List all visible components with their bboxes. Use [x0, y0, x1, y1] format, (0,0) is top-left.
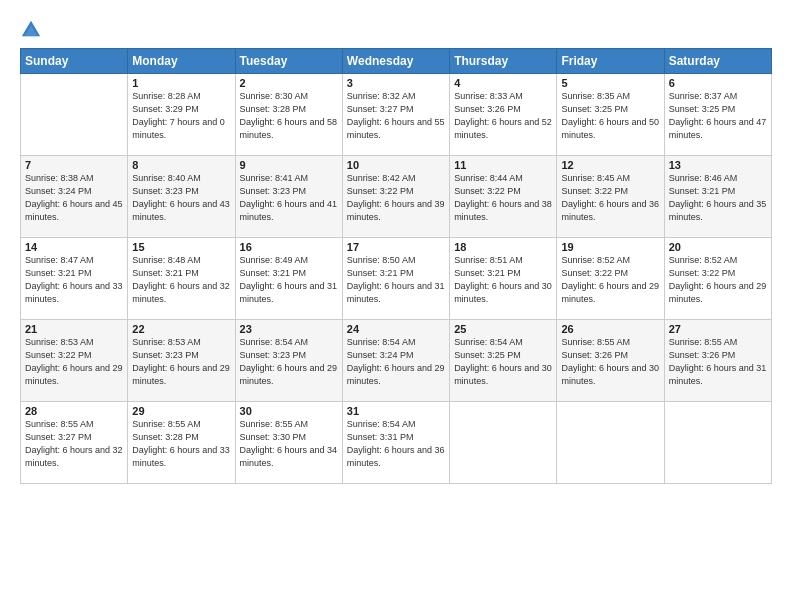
day-number: 14 [25, 241, 123, 253]
day-info: Sunrise: 8:38 AMSunset: 3:24 PMDaylight:… [25, 172, 123, 224]
day-number: 11 [454, 159, 552, 171]
day-info: Sunrise: 8:54 AMSunset: 3:31 PMDaylight:… [347, 418, 445, 470]
day-number: 31 [347, 405, 445, 417]
day-cell: 8Sunrise: 8:40 AMSunset: 3:23 PMDaylight… [128, 156, 235, 238]
day-number: 24 [347, 323, 445, 335]
day-number: 6 [669, 77, 767, 89]
day-cell: 11Sunrise: 8:44 AMSunset: 3:22 PMDayligh… [450, 156, 557, 238]
day-number: 2 [240, 77, 338, 89]
day-info: Sunrise: 8:55 AMSunset: 3:26 PMDaylight:… [669, 336, 767, 388]
day-info: Sunrise: 8:54 AMSunset: 3:23 PMDaylight:… [240, 336, 338, 388]
day-info: Sunrise: 8:50 AMSunset: 3:21 PMDaylight:… [347, 254, 445, 306]
day-cell: 12Sunrise: 8:45 AMSunset: 3:22 PMDayligh… [557, 156, 664, 238]
day-info: Sunrise: 8:52 AMSunset: 3:22 PMDaylight:… [561, 254, 659, 306]
col-header-tuesday: Tuesday [235, 49, 342, 74]
day-cell: 30Sunrise: 8:55 AMSunset: 3:30 PMDayligh… [235, 402, 342, 484]
day-number: 30 [240, 405, 338, 417]
day-number: 16 [240, 241, 338, 253]
day-info: Sunrise: 8:51 AMSunset: 3:21 PMDaylight:… [454, 254, 552, 306]
day-cell: 20Sunrise: 8:52 AMSunset: 3:22 PMDayligh… [664, 238, 771, 320]
calendar-table: SundayMondayTuesdayWednesdayThursdayFrid… [20, 48, 772, 484]
week-row-5: 28Sunrise: 8:55 AMSunset: 3:27 PMDayligh… [21, 402, 772, 484]
day-number: 3 [347, 77, 445, 89]
day-cell: 29Sunrise: 8:55 AMSunset: 3:28 PMDayligh… [128, 402, 235, 484]
col-header-sunday: Sunday [21, 49, 128, 74]
day-info: Sunrise: 8:48 AMSunset: 3:21 PMDaylight:… [132, 254, 230, 306]
day-info: Sunrise: 8:44 AMSunset: 3:22 PMDaylight:… [454, 172, 552, 224]
day-cell [21, 74, 128, 156]
col-header-saturday: Saturday [664, 49, 771, 74]
day-cell: 9Sunrise: 8:41 AMSunset: 3:23 PMDaylight… [235, 156, 342, 238]
day-number: 23 [240, 323, 338, 335]
day-number: 20 [669, 241, 767, 253]
day-number: 10 [347, 159, 445, 171]
day-info: Sunrise: 8:47 AMSunset: 3:21 PMDaylight:… [25, 254, 123, 306]
day-info: Sunrise: 8:54 AMSunset: 3:24 PMDaylight:… [347, 336, 445, 388]
week-row-4: 21Sunrise: 8:53 AMSunset: 3:22 PMDayligh… [21, 320, 772, 402]
day-info: Sunrise: 8:53 AMSunset: 3:22 PMDaylight:… [25, 336, 123, 388]
day-info: Sunrise: 8:33 AMSunset: 3:26 PMDaylight:… [454, 90, 552, 142]
day-info: Sunrise: 8:55 AMSunset: 3:30 PMDaylight:… [240, 418, 338, 470]
day-info: Sunrise: 8:37 AMSunset: 3:25 PMDaylight:… [669, 90, 767, 142]
day-info: Sunrise: 8:28 AMSunset: 3:29 PMDaylight:… [132, 90, 230, 142]
day-info: Sunrise: 8:49 AMSunset: 3:21 PMDaylight:… [240, 254, 338, 306]
day-number: 4 [454, 77, 552, 89]
day-cell: 21Sunrise: 8:53 AMSunset: 3:22 PMDayligh… [21, 320, 128, 402]
day-number: 27 [669, 323, 767, 335]
header [20, 18, 772, 40]
day-number: 25 [454, 323, 552, 335]
day-cell: 25Sunrise: 8:54 AMSunset: 3:25 PMDayligh… [450, 320, 557, 402]
day-number: 5 [561, 77, 659, 89]
logo [20, 18, 46, 40]
day-cell: 18Sunrise: 8:51 AMSunset: 3:21 PMDayligh… [450, 238, 557, 320]
day-number: 9 [240, 159, 338, 171]
day-number: 19 [561, 241, 659, 253]
day-info: Sunrise: 8:54 AMSunset: 3:25 PMDaylight:… [454, 336, 552, 388]
day-number: 8 [132, 159, 230, 171]
day-cell: 2Sunrise: 8:30 AMSunset: 3:28 PMDaylight… [235, 74, 342, 156]
day-cell: 7Sunrise: 8:38 AMSunset: 3:24 PMDaylight… [21, 156, 128, 238]
day-info: Sunrise: 8:55 AMSunset: 3:27 PMDaylight:… [25, 418, 123, 470]
day-cell: 24Sunrise: 8:54 AMSunset: 3:24 PMDayligh… [342, 320, 449, 402]
week-row-2: 7Sunrise: 8:38 AMSunset: 3:24 PMDaylight… [21, 156, 772, 238]
col-header-thursday: Thursday [450, 49, 557, 74]
day-cell: 4Sunrise: 8:33 AMSunset: 3:26 PMDaylight… [450, 74, 557, 156]
day-info: Sunrise: 8:52 AMSunset: 3:22 PMDaylight:… [669, 254, 767, 306]
day-info: Sunrise: 8:40 AMSunset: 3:23 PMDaylight:… [132, 172, 230, 224]
day-info: Sunrise: 8:53 AMSunset: 3:23 PMDaylight:… [132, 336, 230, 388]
day-info: Sunrise: 8:45 AMSunset: 3:22 PMDaylight:… [561, 172, 659, 224]
day-number: 29 [132, 405, 230, 417]
day-cell: 10Sunrise: 8:42 AMSunset: 3:22 PMDayligh… [342, 156, 449, 238]
day-info: Sunrise: 8:30 AMSunset: 3:28 PMDaylight:… [240, 90, 338, 142]
day-number: 26 [561, 323, 659, 335]
day-number: 7 [25, 159, 123, 171]
day-cell: 31Sunrise: 8:54 AMSunset: 3:31 PMDayligh… [342, 402, 449, 484]
day-cell: 16Sunrise: 8:49 AMSunset: 3:21 PMDayligh… [235, 238, 342, 320]
day-number: 22 [132, 323, 230, 335]
day-info: Sunrise: 8:55 AMSunset: 3:26 PMDaylight:… [561, 336, 659, 388]
day-cell: 22Sunrise: 8:53 AMSunset: 3:23 PMDayligh… [128, 320, 235, 402]
day-info: Sunrise: 8:55 AMSunset: 3:28 PMDaylight:… [132, 418, 230, 470]
day-cell: 15Sunrise: 8:48 AMSunset: 3:21 PMDayligh… [128, 238, 235, 320]
calendar-page: SundayMondayTuesdayWednesdayThursdayFrid… [0, 0, 792, 612]
day-cell: 17Sunrise: 8:50 AMSunset: 3:21 PMDayligh… [342, 238, 449, 320]
day-info: Sunrise: 8:46 AMSunset: 3:21 PMDaylight:… [669, 172, 767, 224]
day-cell [664, 402, 771, 484]
day-cell: 19Sunrise: 8:52 AMSunset: 3:22 PMDayligh… [557, 238, 664, 320]
day-cell: 26Sunrise: 8:55 AMSunset: 3:26 PMDayligh… [557, 320, 664, 402]
day-cell: 5Sunrise: 8:35 AMSunset: 3:25 PMDaylight… [557, 74, 664, 156]
week-row-3: 14Sunrise: 8:47 AMSunset: 3:21 PMDayligh… [21, 238, 772, 320]
day-number: 13 [669, 159, 767, 171]
day-cell [557, 402, 664, 484]
day-number: 12 [561, 159, 659, 171]
day-number: 21 [25, 323, 123, 335]
day-cell: 3Sunrise: 8:32 AMSunset: 3:27 PMDaylight… [342, 74, 449, 156]
day-number: 1 [132, 77, 230, 89]
day-cell: 6Sunrise: 8:37 AMSunset: 3:25 PMDaylight… [664, 74, 771, 156]
week-row-1: 1Sunrise: 8:28 AMSunset: 3:29 PMDaylight… [21, 74, 772, 156]
day-cell: 14Sunrise: 8:47 AMSunset: 3:21 PMDayligh… [21, 238, 128, 320]
day-cell: 27Sunrise: 8:55 AMSunset: 3:26 PMDayligh… [664, 320, 771, 402]
day-number: 17 [347, 241, 445, 253]
day-cell: 23Sunrise: 8:54 AMSunset: 3:23 PMDayligh… [235, 320, 342, 402]
day-cell [450, 402, 557, 484]
